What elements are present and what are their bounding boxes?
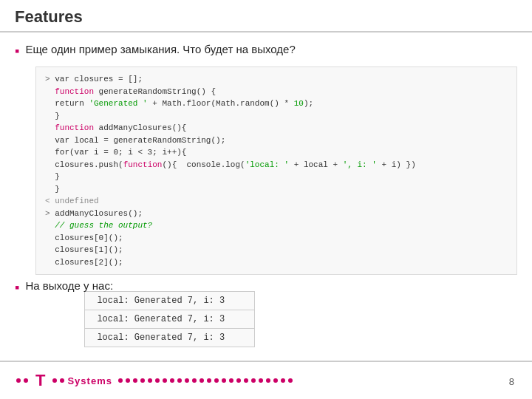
trail-dot-23: [281, 378, 285, 383]
footer-dots-trail: [117, 378, 294, 383]
dot-1: [16, 378, 21, 383]
bullet-marker-1: ▪: [15, 44, 19, 59]
output-row-2: local: Generated 7, i: 3: [85, 329, 255, 347]
trail-dot-16: [229, 378, 233, 383]
bullet-text-2: На выходе у нас:: [25, 279, 113, 292]
code-line-10: }: [45, 183, 508, 196]
trail-dot-15: [222, 378, 226, 383]
output-row-0: local: Generated 7, i: 3: [85, 292, 255, 310]
trail-dot-11: [192, 378, 197, 383]
trail-dot-8: [170, 378, 174, 383]
code-keyword-function2: function: [55, 123, 94, 132]
trail-dot-5: [148, 378, 152, 383]
t-logo: T: [35, 371, 45, 390]
trail-dot-21: [266, 378, 270, 383]
page-number: 8: [509, 376, 514, 387]
footer-dots-left: [15, 378, 30, 383]
code-line-4: }: [45, 110, 508, 123]
code-line-11: > addManyClosures();: [45, 208, 508, 220]
footer-logo: T Systems: [15, 371, 294, 390]
page-title: Features: [15, 7, 83, 26]
code-line-undefined: < undefined: [45, 195, 508, 208]
trail-dot-4: [140, 378, 145, 383]
dot-2: [24, 378, 28, 383]
code-line-comment: // guess the output?: [45, 219, 508, 232]
trail-dot-19: [251, 378, 256, 383]
dot-4: [60, 378, 64, 383]
code-line-14: closures[2]();: [45, 256, 508, 269]
code-keyword-function1: function: [55, 87, 94, 96]
bullet-marker-2: ▪: [15, 280, 19, 296]
trail-dot-20: [259, 378, 263, 383]
code-line-3: return 'Generated ' + Math.floor(Math.ra…: [45, 98, 508, 110]
code-prompt: >: [45, 75, 55, 83]
footer-dots-right: [51, 378, 66, 383]
code-line-2: function generateRandomString() {: [45, 86, 508, 98]
output-table: local: Generated 7, i: 3local: Generated…: [84, 291, 255, 347]
trail-dot-13: [207, 378, 211, 383]
main-content: ▪ Еще один пример замыкания. Что будет н…: [0, 33, 532, 347]
bullet-item-1: ▪ Еще один пример замыкания. Что будет н…: [15, 43, 517, 59]
trail-dot-14: [214, 378, 219, 383]
output-cell-1: local: Generated 7, i: 3: [85, 310, 255, 329]
trail-dot-18: [244, 378, 248, 383]
trail-dot-10: [185, 378, 189, 383]
code-line-5: function addManyClosures(){: [45, 122, 508, 134]
trail-dot-1: [118, 378, 123, 383]
trail-dot-22: [273, 378, 278, 383]
trail-dot-9: [177, 378, 182, 383]
trail-dot-17: [236, 378, 241, 383]
code-line-6: var local = generateRandomString();: [45, 134, 508, 147]
code-line-12: closures[0]();: [45, 232, 508, 245]
trail-dot-24: [288, 378, 293, 383]
trail-dot-6: [155, 378, 160, 383]
code-line-1: > var closures = [];: [45, 73, 508, 86]
trail-dot-3: [133, 378, 137, 383]
trail-dot-2: [126, 378, 130, 383]
code-block: > var closures = []; function generateRa…: [35, 66, 517, 275]
output-cell-0: local: Generated 7, i: 3: [85, 292, 255, 310]
output-row-1: local: Generated 7, i: 3: [85, 310, 255, 329]
output-cell-2: local: Generated 7, i: 3: [85, 329, 255, 347]
code-line-13: closures[1]();: [45, 244, 508, 256]
code-line-8: closures.push(function(){ console.log('l…: [45, 159, 508, 171]
header: Features: [0, 0, 532, 33]
code-line-9: }: [45, 171, 508, 183]
output-section: На выходе у нас: local: Generated 7, i: …: [25, 279, 255, 347]
systems-label: Systems: [67, 375, 112, 386]
trail-dot-7: [163, 378, 167, 383]
code-line-7: for(var i = 0; i < 3; i++){: [45, 146, 508, 159]
trail-dot-12: [200, 378, 204, 383]
footer: T Systems: [0, 361, 532, 399]
dot-3: [52, 378, 57, 383]
bullet-item-2: ▪ На выходе у нас: local: Generated 7, i…: [15, 279, 517, 347]
bullet-text-1: Еще один пример замыкания. Что будет на …: [25, 43, 295, 55]
